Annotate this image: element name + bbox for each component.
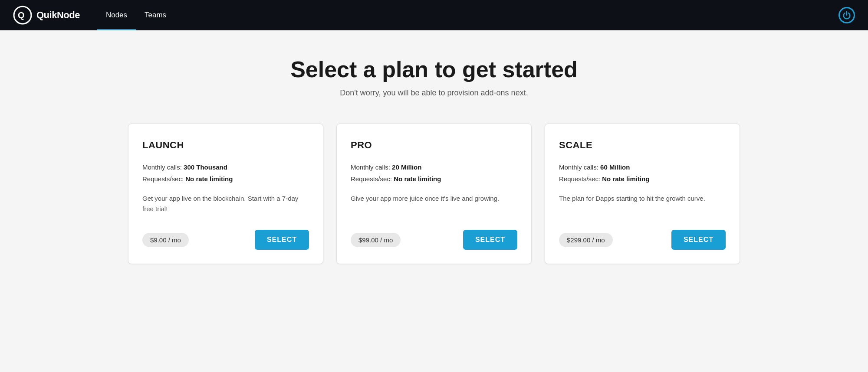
requests-value-launch: No rate limiting <box>185 175 233 183</box>
monthly-calls-value-pro: 20 Million <box>392 163 421 171</box>
monthly-calls-label-launch: Monthly calls: <box>142 163 182 171</box>
plan-footer-launch: $9.00 / mo SELECT <box>142 230 309 250</box>
plan-card-pro: PRO Monthly calls: 20 Million Requests/s… <box>336 124 532 264</box>
plan-name-scale: SCALE <box>559 140 726 151</box>
power-button[interactable] <box>838 7 855 23</box>
page-title: Select a plan to get started <box>290 56 578 82</box>
page-subtitle: Don't worry, you will be able to provisi… <box>340 88 528 98</box>
requests-label-scale: Requests/sec: <box>559 175 600 183</box>
nav-teams[interactable]: Teams <box>136 0 175 30</box>
main-content: Select a plan to get started Don't worry… <box>0 30 868 281</box>
navbar-right <box>838 7 855 23</box>
select-button-launch[interactable]: SELECT <box>255 230 309 250</box>
requests-scale: Requests/sec: No rate limiting <box>559 173 726 185</box>
plan-details-scale: Monthly calls: 60 Million Requests/sec: … <box>559 161 726 185</box>
monthly-calls-pro: Monthly calls: 20 Million <box>351 161 517 173</box>
select-button-scale[interactable]: SELECT <box>671 230 726 250</box>
power-icon <box>842 10 852 20</box>
monthly-calls-launch: Monthly calls: 300 Thousand <box>142 161 309 173</box>
main-nav: Nodes Teams <box>97 0 175 30</box>
plan-card-scale: SCALE Monthly calls: 60 Million Requests… <box>545 124 740 264</box>
navbar: Q QuikNode Nodes Teams <box>0 0 868 30</box>
plans-container: LAUNCH Monthly calls: 300 Thousand Reque… <box>108 124 760 264</box>
select-button-pro[interactable]: SELECT <box>463 230 517 250</box>
plan-price-launch: $9.00 / mo <box>142 233 189 247</box>
monthly-calls-value-launch: 300 Thousand <box>184 163 227 171</box>
plan-price-pro: $99.00 / mo <box>351 233 401 247</box>
plan-price-scale: $299.00 / mo <box>559 233 613 247</box>
plan-details-launch: Monthly calls: 300 Thousand Requests/sec… <box>142 161 309 185</box>
logo-text: QuikNode <box>36 10 80 21</box>
monthly-calls-label-scale: Monthly calls: <box>559 163 598 171</box>
plan-card-launch: LAUNCH Monthly calls: 300 Thousand Reque… <box>128 124 323 264</box>
monthly-calls-value-scale: 60 Million <box>600 163 630 171</box>
plan-footer-scale: $299.00 / mo SELECT <box>559 230 726 250</box>
requests-label-launch: Requests/sec: <box>142 175 184 183</box>
plan-footer-pro: $99.00 / mo SELECT <box>351 230 517 250</box>
plan-description-launch: Get your app live on the blockchain. Sta… <box>142 193 309 214</box>
requests-value-pro: No rate limiting <box>394 175 441 183</box>
logo[interactable]: Q QuikNode <box>13 6 80 25</box>
quiknode-logo-icon: Q <box>13 6 32 25</box>
requests-label-pro: Requests/sec: <box>351 175 392 183</box>
nav-nodes[interactable]: Nodes <box>97 0 136 30</box>
plan-name-launch: LAUNCH <box>142 140 309 151</box>
requests-launch: Requests/sec: No rate limiting <box>142 173 309 185</box>
requests-value-scale: No rate limiting <box>602 175 649 183</box>
monthly-calls-scale: Monthly calls: 60 Million <box>559 161 726 173</box>
plan-details-pro: Monthly calls: 20 Million Requests/sec: … <box>351 161 517 185</box>
monthly-calls-label-pro: Monthly calls: <box>351 163 390 171</box>
requests-pro: Requests/sec: No rate limiting <box>351 173 517 185</box>
plan-description-scale: The plan for Dapps starting to hit the g… <box>559 193 726 214</box>
plan-description-pro: Give your app more juice once it's live … <box>351 193 517 214</box>
plan-name-pro: PRO <box>351 140 517 151</box>
svg-text:Q: Q <box>18 10 25 20</box>
